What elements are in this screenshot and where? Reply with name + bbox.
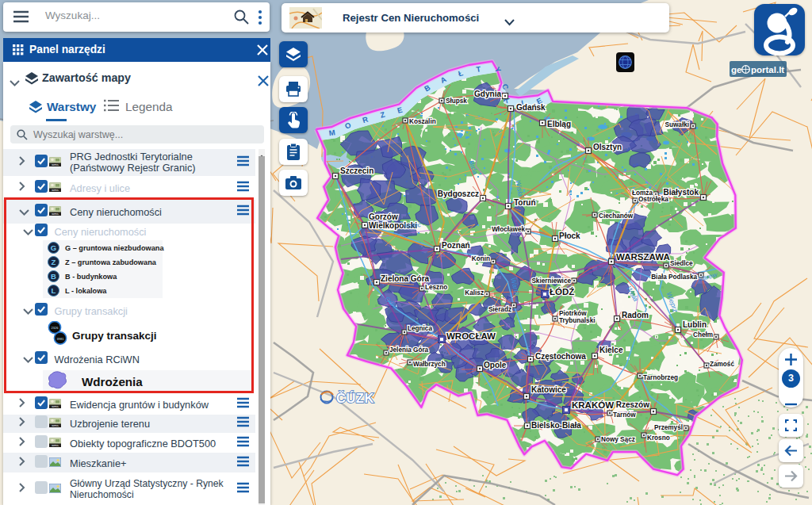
svg-text:Katowice: Katowice (531, 385, 566, 394)
svg-text:Toruń: Toruń (514, 198, 536, 207)
svg-text:Opole: Opole (484, 361, 507, 369)
svg-text:Wałbrzych: Wałbrzych (413, 361, 446, 368)
svg-text:Płock: Płock (559, 231, 580, 240)
svg-text:Częstochowa: Częstochowa (535, 352, 586, 361)
svg-text:M: M (328, 128, 335, 137)
svg-text:Noteć: Noteć (403, 220, 422, 230)
svg-text:Rzeszów: Rzeszów (616, 400, 649, 409)
svg-text:Gorzów: Gorzów (369, 212, 398, 221)
svg-text:wms: wms (52, 163, 59, 166)
svg-text:Kielce: Kielce (599, 346, 623, 354)
svg-text:Olsztyn: Olsztyn (593, 143, 622, 151)
svg-text:Ciechanów: Ciechanów (599, 212, 634, 220)
svg-text:wms: wms (52, 188, 59, 192)
svg-text:wms: wms (52, 404, 59, 408)
svg-text:Lublin: Lublin (683, 320, 707, 329)
svg-text:Sieradz: Sieradz (488, 306, 511, 313)
svg-text:Suwałki: Suwałki (665, 121, 690, 128)
svg-text:Biała Podlaska: Biała Podlaska (651, 274, 697, 281)
svg-text:Konin: Konin (472, 255, 490, 262)
svg-text:Włocławek: Włocławek (492, 226, 525, 233)
svg-text:Tarnów: Tarnów (613, 411, 636, 419)
svg-text:KRAKÓW: KRAKÓW (572, 400, 614, 410)
svg-text:Zielona Góra: Zielona Góra (381, 274, 430, 283)
svg-text:ŁÓDŹ: ŁÓDŹ (550, 287, 574, 296)
svg-text:Gdynia: Gdynia (474, 90, 501, 98)
svg-text:Siedlce: Siedlce (670, 260, 693, 267)
svg-text:Radom: Radom (622, 311, 649, 319)
svg-text:Krosno: Krosno (647, 434, 670, 442)
svg-text:Elbląg: Elbląg (547, 120, 571, 128)
svg-text:Leszno: Leszno (425, 284, 447, 291)
svg-text:Jelenia Góra: Jelenia Góra (389, 346, 429, 354)
svg-text:WROCŁAW: WROCŁAW (446, 331, 496, 341)
svg-text:Trybunalski: Trybunalski (559, 317, 596, 324)
svg-text:Kalisz: Kalisz (465, 289, 484, 296)
svg-text:wms: wms (52, 443, 59, 447)
svg-text:WARSZAWA: WARSZAWA (616, 252, 670, 262)
svg-text:Nowy Sącz: Nowy Sącz (601, 436, 635, 443)
svg-text:Legnica: Legnica (408, 325, 432, 332)
svg-text:wms: wms (52, 424, 59, 428)
svg-text:Szczecin: Szczecin (340, 166, 373, 175)
svg-text:Bielsko-Biała: Bielsko-Biała (531, 421, 581, 430)
svg-text:Zamość: Zamość (710, 361, 734, 368)
svg-text:ge: ge (731, 65, 741, 75)
svg-text:Słupsk: Słupsk (446, 98, 467, 105)
svg-text:Skierniewice: Skierniewice (531, 277, 571, 285)
svg-text:Przemyśl: Przemyśl (654, 424, 683, 431)
svg-text:portal.lt: portal.lt (751, 65, 784, 75)
svg-text:Tarnobrzeg: Tarnobrzeg (643, 374, 678, 381)
svg-text:Ostrołęka: Ostrołęka (638, 196, 668, 203)
svg-text:Bydgoszcz: Bydgoszcz (438, 189, 479, 198)
svg-text:ČÚZK: ČÚZK (336, 391, 374, 405)
svg-text:Piotrków: Piotrków (559, 310, 587, 317)
svg-text:Chełm: Chełm (693, 331, 713, 339)
svg-text:Gdańsk: Gdańsk (516, 103, 546, 112)
svg-text:Koszalin: Koszalin (409, 118, 436, 125)
svg-text:Poznań: Poznań (442, 241, 470, 250)
svg-text:Białystok: Białystok (664, 188, 699, 197)
